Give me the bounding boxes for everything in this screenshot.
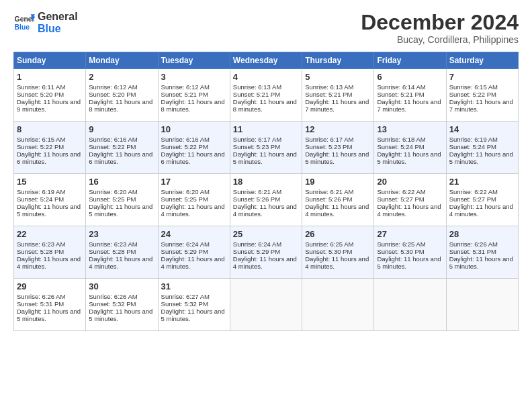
calendar-cell: 19 Sunrise: 6:21 AM Sunset: 5:26 PM Dayl… [302,174,374,226]
day-number: 23 [89,229,154,239]
daylight-label: Daylight: 11 hours and 5 minutes. [449,150,513,165]
week-row-2: 8 Sunrise: 6:15 AM Sunset: 5:22 PM Dayli… [14,122,519,174]
day-number: 26 [305,229,371,239]
sunset-label: Sunset: 5:28 PM [89,248,136,255]
sunset-label: Sunset: 5:29 PM [233,248,280,255]
daylight-label: Daylight: 11 hours and 4 minutes. [161,255,225,270]
sunrise-label: Sunrise: 6:26 AM [449,240,498,248]
sunrise-label: Sunrise: 6:21 AM [305,188,353,195]
sunset-label: Sunset: 5:21 PM [233,91,280,98]
day-number: 27 [377,229,443,239]
day-number: 9 [89,124,154,134]
sunset-label: Sunset: 5:26 PM [233,195,280,203]
sunrise-label: Sunrise: 6:13 AM [233,83,281,91]
daylight-label: Daylight: 11 hours and 4 minutes. [17,255,81,270]
day-number: 13 [377,124,443,134]
calendar-cell: 7 Sunrise: 6:15 AM Sunset: 5:22 PM Dayli… [446,69,518,122]
sunrise-label: Sunrise: 6:15 AM [17,136,65,143]
sunset-label: Sunset: 5:32 PM [89,300,136,308]
day-number: 14 [449,124,515,134]
sunset-label: Sunset: 5:32 PM [161,300,208,308]
day-number: 11 [233,124,299,134]
calendar-table: Sunday Monday Tuesday Wednesday Thursday… [13,52,519,331]
calendar-cell: 31 Sunrise: 6:27 AM Sunset: 5:32 PM Dayl… [158,279,230,331]
daylight-label: Daylight: 11 hours and 8 minutes. [233,98,297,113]
day-number: 15 [17,177,83,187]
daylight-label: Daylight: 11 hours and 6 minutes. [89,150,152,165]
col-thursday: Thursday [302,52,374,69]
daylight-label: Daylight: 11 hours and 4 minutes. [377,203,441,218]
sunset-label: Sunset: 5:22 PM [89,143,136,150]
calendar-cell: 1 Sunrise: 6:11 AM Sunset: 5:20 PM Dayli… [14,69,86,122]
day-number: 18 [233,177,299,187]
sunrise-label: Sunrise: 6:17 AM [305,136,353,143]
calendar-cell: 22 Sunrise: 6:23 AM Sunset: 5:28 PM Dayl… [14,226,86,279]
calendar-cell: 24 Sunrise: 6:24 AM Sunset: 5:29 PM Dayl… [158,226,230,279]
day-number: 5 [305,72,371,82]
daylight-label: Daylight: 11 hours and 5 minutes. [89,203,152,218]
calendar-cell: 29 Sunrise: 6:26 AM Sunset: 5:31 PM Dayl… [14,279,86,331]
sunset-label: Sunset: 5:28 PM [17,248,64,255]
sunrise-label: Sunrise: 6:22 AM [449,188,498,195]
col-saturday: Saturday [446,52,518,69]
sunrise-label: Sunrise: 6:11 AM [17,83,65,91]
day-number: 24 [161,229,227,239]
sunrise-label: Sunrise: 6:20 AM [161,188,210,195]
day-number: 3 [161,72,227,82]
logo-icon: General Blue [13,12,35,34]
day-number: 25 [233,229,299,239]
sunrise-label: Sunrise: 6:22 AM [377,188,425,195]
sunset-label: Sunset: 5:24 PM [17,195,64,203]
sunset-label: Sunset: 5:24 PM [449,143,496,150]
sunset-label: Sunset: 5:26 PM [305,195,352,203]
sunrise-label: Sunrise: 6:17 AM [233,136,281,143]
calendar-cell: 28 Sunrise: 6:26 AM Sunset: 5:31 PM Dayl… [446,226,518,279]
calendar-cell: 3 Sunrise: 6:12 AM Sunset: 5:21 PM Dayli… [158,69,230,122]
sunset-label: Sunset: 5:21 PM [161,91,208,98]
sunrise-label: Sunrise: 6:21 AM [233,188,281,195]
sunset-label: Sunset: 5:22 PM [17,143,64,150]
week-row-4: 22 Sunrise: 6:23 AM Sunset: 5:28 PM Dayl… [14,226,519,279]
calendar-cell: 14 Sunrise: 6:19 AM Sunset: 5:24 PM Dayl… [446,122,518,174]
daylight-label: Daylight: 11 hours and 7 minutes. [449,98,513,113]
sunrise-label: Sunrise: 6:27 AM [161,293,210,300]
sunset-label: Sunset: 5:31 PM [449,248,496,255]
daylight-label: Daylight: 11 hours and 5 minutes. [161,308,225,322]
sunset-label: Sunset: 5:24 PM [377,143,424,150]
daylight-label: Daylight: 11 hours and 5 minutes. [233,150,297,165]
col-sunday: Sunday [14,52,86,69]
calendar-cell: 8 Sunrise: 6:15 AM Sunset: 5:22 PM Dayli… [14,122,86,174]
sunset-label: Sunset: 5:20 PM [17,91,64,98]
daylight-label: Daylight: 11 hours and 4 minutes. [89,255,152,270]
calendar-cell [230,279,302,331]
daylight-label: Daylight: 11 hours and 5 minutes. [377,255,441,270]
sunrise-label: Sunrise: 6:23 AM [89,240,137,248]
sunrise-label: Sunrise: 6:24 AM [233,240,281,248]
daylight-label: Daylight: 11 hours and 9 minutes. [17,98,81,113]
calendar-cell: 18 Sunrise: 6:21 AM Sunset: 5:26 PM Dayl… [230,174,302,226]
calendar-cell [446,279,518,331]
day-number: 21 [449,177,515,187]
day-number: 6 [377,72,443,82]
daylight-label: Daylight: 11 hours and 5 minutes. [305,150,369,165]
calendar-cell: 15 Sunrise: 6:19 AM Sunset: 5:24 PM Dayl… [14,174,86,226]
sunset-label: Sunset: 5:25 PM [89,195,136,203]
calendar-page: General Blue General Blue December 2024 … [0,0,532,411]
day-number: 31 [161,281,227,291]
calendar-cell: 6 Sunrise: 6:14 AM Sunset: 5:21 PM Dayli… [374,69,446,122]
month-title: December 2024 [361,11,519,34]
calendar-cell: 23 Sunrise: 6:23 AM Sunset: 5:28 PM Dayl… [86,226,158,279]
sunset-label: Sunset: 5:21 PM [305,91,352,98]
col-tuesday: Tuesday [158,52,230,69]
sunrise-label: Sunrise: 6:16 AM [161,136,210,143]
daylight-label: Daylight: 11 hours and 4 minutes. [161,203,225,218]
daylight-label: Daylight: 11 hours and 5 minutes. [89,308,152,322]
sunrise-label: Sunrise: 6:24 AM [161,240,210,248]
header: General Blue General Blue December 2024 … [13,11,519,45]
sunrise-label: Sunrise: 6:14 AM [377,83,425,91]
sunset-label: Sunset: 5:22 PM [449,91,496,98]
sunset-label: Sunset: 5:27 PM [377,195,424,203]
calendar-cell: 26 Sunrise: 6:25 AM Sunset: 5:30 PM Dayl… [302,226,374,279]
week-row-5: 29 Sunrise: 6:26 AM Sunset: 5:31 PM Dayl… [14,279,519,331]
calendar-cell: 10 Sunrise: 6:16 AM Sunset: 5:22 PM Dayl… [158,122,230,174]
